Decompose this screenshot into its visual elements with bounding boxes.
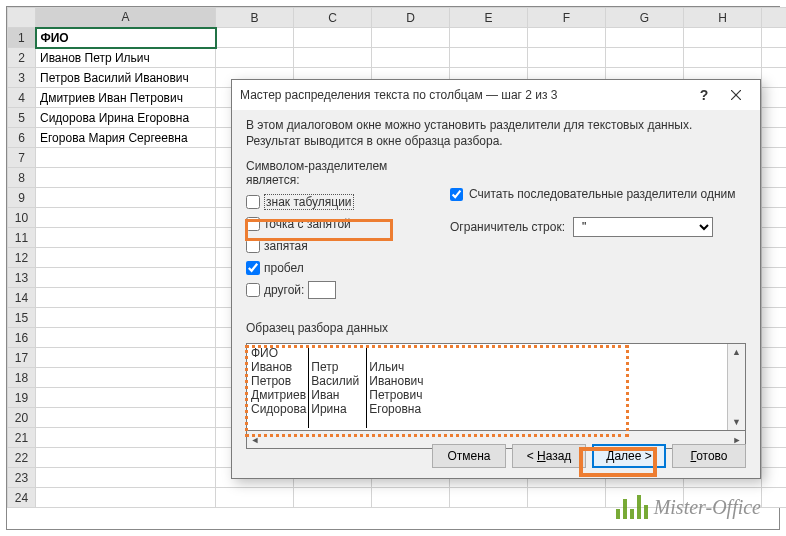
- cell[interactable]: [762, 208, 787, 228]
- row-header[interactable]: 5: [8, 108, 36, 128]
- cell[interactable]: [684, 48, 762, 68]
- row-header[interactable]: 22: [8, 448, 36, 468]
- cell[interactable]: [36, 248, 216, 268]
- other-checkbox[interactable]: [246, 283, 260, 297]
- row-header[interactable]: 7: [8, 148, 36, 168]
- cell[interactable]: [36, 428, 216, 448]
- cell[interactable]: [36, 188, 216, 208]
- cell[interactable]: ФИО: [36, 28, 216, 48]
- col-header-F[interactable]: F: [528, 8, 606, 28]
- cell[interactable]: [36, 328, 216, 348]
- cell[interactable]: [762, 468, 787, 488]
- cell[interactable]: [762, 88, 787, 108]
- cell[interactable]: [762, 28, 787, 48]
- cell[interactable]: [762, 128, 787, 148]
- finish-button[interactable]: Готово: [672, 444, 746, 468]
- row-header[interactable]: 19: [8, 388, 36, 408]
- cell[interactable]: [762, 368, 787, 388]
- cell[interactable]: [606, 28, 684, 48]
- cell[interactable]: [762, 288, 787, 308]
- row-header[interactable]: 2: [8, 48, 36, 68]
- cell[interactable]: [36, 448, 216, 468]
- row-header[interactable]: 15: [8, 308, 36, 328]
- row-header[interactable]: 23: [8, 468, 36, 488]
- col-header-I[interactable]: I: [762, 8, 787, 28]
- qualifier-select[interactable]: ": [573, 217, 713, 237]
- cell[interactable]: [36, 348, 216, 368]
- preview-vscroll[interactable]: ▲▼: [727, 344, 745, 430]
- col-header-D[interactable]: D: [372, 8, 450, 28]
- row-header[interactable]: 1: [8, 28, 36, 48]
- semicolon-checkbox[interactable]: [246, 217, 260, 231]
- cell[interactable]: [762, 108, 787, 128]
- cell[interactable]: [36, 468, 216, 488]
- cell[interactable]: [762, 348, 787, 368]
- row-header[interactable]: 4: [8, 88, 36, 108]
- row-header[interactable]: 10: [8, 208, 36, 228]
- cell[interactable]: [36, 408, 216, 428]
- cell[interactable]: [36, 308, 216, 328]
- row-header[interactable]: 6: [8, 128, 36, 148]
- col-header-C[interactable]: C: [294, 8, 372, 28]
- next-button[interactable]: Далее >: [592, 444, 666, 468]
- cell[interactable]: [294, 488, 372, 508]
- comma-checkbox[interactable]: [246, 239, 260, 253]
- row-header[interactable]: 24: [8, 488, 36, 508]
- cell[interactable]: [762, 408, 787, 428]
- row-header[interactable]: 9: [8, 188, 36, 208]
- col-header-G[interactable]: G: [606, 8, 684, 28]
- cell[interactable]: [372, 48, 450, 68]
- cell[interactable]: [216, 48, 294, 68]
- cell[interactable]: [216, 488, 294, 508]
- cell[interactable]: [762, 268, 787, 288]
- cell[interactable]: [762, 488, 787, 508]
- row-header[interactable]: 20: [8, 408, 36, 428]
- cell[interactable]: [528, 28, 606, 48]
- row-header[interactable]: 16: [8, 328, 36, 348]
- cell[interactable]: [762, 48, 787, 68]
- cell[interactable]: [450, 28, 528, 48]
- cell[interactable]: [450, 488, 528, 508]
- row-header[interactable]: 13: [8, 268, 36, 288]
- cell[interactable]: [372, 488, 450, 508]
- cell[interactable]: Сидорова Ирина Егоровна: [36, 108, 216, 128]
- other-input[interactable]: [308, 281, 336, 299]
- cell[interactable]: [762, 148, 787, 168]
- col-header-A[interactable]: A: [36, 8, 216, 28]
- cell[interactable]: [762, 308, 787, 328]
- cell[interactable]: [36, 268, 216, 288]
- consecutive-checkbox[interactable]: [450, 188, 463, 201]
- cell[interactable]: [36, 228, 216, 248]
- cell[interactable]: [36, 168, 216, 188]
- row-header[interactable]: 17: [8, 348, 36, 368]
- cell[interactable]: [294, 28, 372, 48]
- cell[interactable]: [36, 368, 216, 388]
- row-header[interactable]: 14: [8, 288, 36, 308]
- cell[interactable]: [216, 28, 294, 48]
- row-header[interactable]: 11: [8, 228, 36, 248]
- cell[interactable]: Петров Василий Иванович: [36, 68, 216, 88]
- row-header[interactable]: 3: [8, 68, 36, 88]
- cell[interactable]: Егорова Мария Сергеевна: [36, 128, 216, 148]
- row-header[interactable]: 21: [8, 428, 36, 448]
- back-button[interactable]: < Назад: [512, 444, 586, 468]
- cell[interactable]: [36, 288, 216, 308]
- cell[interactable]: [36, 488, 216, 508]
- cell[interactable]: Дмитриев Иван Петрович: [36, 88, 216, 108]
- tab-checkbox[interactable]: [246, 195, 260, 209]
- row-header[interactable]: 12: [8, 248, 36, 268]
- cell[interactable]: [372, 28, 450, 48]
- cell[interactable]: [684, 28, 762, 48]
- cell[interactable]: [762, 68, 787, 88]
- col-header-H[interactable]: H: [684, 8, 762, 28]
- cell[interactable]: [606, 48, 684, 68]
- select-all-corner[interactable]: [8, 8, 36, 28]
- row-header[interactable]: 18: [8, 368, 36, 388]
- cell[interactable]: [762, 188, 787, 208]
- cell[interactable]: [36, 208, 216, 228]
- cell[interactable]: [528, 488, 606, 508]
- cell[interactable]: [762, 428, 787, 448]
- cell[interactable]: Иванов Петр Ильич: [36, 48, 216, 68]
- row-header[interactable]: 8: [8, 168, 36, 188]
- col-header-E[interactable]: E: [450, 8, 528, 28]
